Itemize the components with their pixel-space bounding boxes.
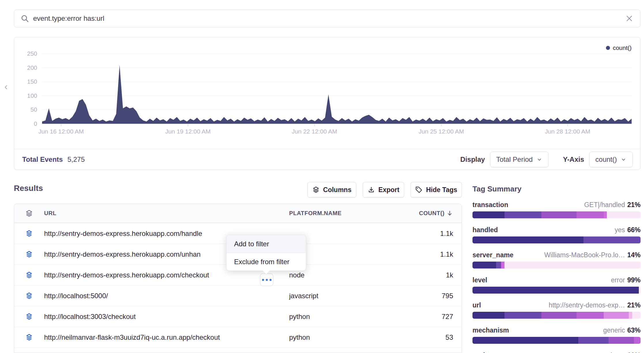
tag-name[interactable]: level	[472, 276, 487, 284]
tag-name[interactable]: project	[472, 352, 495, 353]
x-tick: Jun 28 12:00 AM	[533, 128, 602, 135]
cell-platform: node	[289, 271, 399, 279]
layers-icon	[14, 230, 44, 238]
search-bar[interactable]: event.type:error has:url	[14, 10, 641, 27]
display-value: Total Period	[496, 155, 533, 164]
legend-dot	[606, 46, 610, 50]
yaxis-value: count()	[595, 155, 617, 164]
cell-count: 1k	[399, 271, 462, 279]
tag-row: project express-demo63%	[472, 352, 641, 353]
tag-top-pct: 14%	[627, 251, 641, 259]
y-tick: 100	[19, 92, 37, 99]
cell-count: 795	[399, 292, 462, 300]
search-icon	[20, 14, 29, 23]
chart-footer: Total Events 5,275 Display Total Period …	[14, 149, 640, 170]
tag-summary-title: Tag Summary	[472, 185, 641, 194]
tag-distribution-bar[interactable]	[472, 236, 641, 243]
table-row[interactable]: http://neilmanvar-flask-m3uuizd7iq-uc.a.…	[14, 327, 462, 348]
header-count[interactable]: COUNT()	[399, 210, 462, 217]
yaxis-select[interactable]: count()	[589, 152, 633, 167]
cell-url[interactable]: http://sentry-demos-express.herokuapp.co…	[44, 271, 289, 279]
hide-tags-button-label: Hide Tags	[426, 186, 457, 194]
cell-url[interactable]: http://neilmanvar-flask-m3uuizd7iq-uc.a.…	[44, 333, 289, 341]
tag-name[interactable]: url	[472, 301, 481, 309]
tag-top-value: GET|/handled	[584, 201, 625, 209]
results-table: URL PLATFORM.NAME COUNT() http://sentry-…	[14, 204, 462, 353]
tag-distribution-bar[interactable]	[472, 287, 641, 294]
cell-platform: python	[289, 333, 399, 341]
tag-distribution-bar[interactable]	[472, 262, 641, 268]
cell-count: 1.1k	[399, 250, 462, 258]
tag-distribution-bar[interactable]	[472, 211, 641, 218]
cell-url[interactable]: http://localhost:3003/checkout	[44, 313, 289, 321]
events-chart-panel: count() 250 200 150 100 50 0 Jun 16 12:0…	[14, 37, 641, 170]
tag-distribution-bar[interactable]	[472, 312, 641, 319]
download-icon	[368, 186, 375, 194]
menu-item-add-to-filter[interactable]: Add to filter	[227, 235, 306, 253]
results-title: Results	[14, 184, 43, 193]
tag-name[interactable]: transaction	[472, 201, 508, 209]
yaxis-label: Y-Axis	[563, 155, 584, 164]
layers-icon	[14, 271, 44, 279]
tag-top-value: express-demo	[583, 352, 625, 353]
tag-name[interactable]: mechanism	[472, 326, 509, 334]
total-events-label: Total Events	[22, 155, 63, 164]
columns-button[interactable]: Columns	[307, 182, 356, 198]
tag-row: url http://sentry-demos-exp…21%	[472, 301, 641, 319]
tag-name[interactable]: handled	[472, 226, 498, 234]
cell-platform: python	[289, 313, 399, 321]
x-tick: Jun 19 12:00 AM	[153, 128, 223, 135]
layers-icon	[14, 250, 44, 258]
tag-row: mechanism generic63%	[472, 326, 641, 344]
tag-row: server_name Williams-MacBook-Pro.lo…14%	[472, 251, 641, 268]
tag-top-value: generic	[603, 326, 625, 334]
y-tick: 0	[19, 120, 37, 127]
x-tick: Jun 25 12:00 AM	[407, 128, 476, 135]
tag-top-pct: 99%	[627, 276, 641, 284]
tag-top-pct: 63%	[627, 326, 641, 334]
tag-distribution-bar[interactable]	[472, 337, 641, 344]
chart-legend[interactable]: count()	[606, 44, 632, 51]
y-tick: 50	[19, 106, 37, 113]
columns-button-label: Columns	[323, 186, 351, 194]
hide-tags-button[interactable]: Hide Tags	[410, 182, 462, 198]
layers-icon	[14, 292, 44, 300]
search-query[interactable]: event.type:error has:url	[33, 14, 625, 22]
display-label: Display	[460, 155, 485, 164]
cell-actions-button[interactable]	[260, 273, 273, 286]
header-url[interactable]: URL	[44, 210, 289, 217]
cell-count: 53	[399, 333, 462, 341]
table-row[interactable]: http://localhost:3003/checkout python 72…	[14, 306, 462, 327]
x-tick: Jun 16 12:00 AM	[27, 128, 96, 135]
tag-row: handled yes66%	[472, 226, 641, 243]
tag-top-pct: 66%	[627, 226, 641, 234]
display-select[interactable]: Total Period	[490, 152, 549, 167]
tag-top-value: http://sentry-demos-exp…	[549, 301, 625, 309]
y-tick: 200	[19, 64, 37, 72]
table-header-row: URL PLATFORM.NAME COUNT()	[14, 204, 462, 223]
tag-top-value: yes	[615, 226, 625, 234]
clear-search-icon[interactable]	[625, 14, 633, 22]
tag-top-value: error	[611, 276, 625, 284]
tag-top-pct: 21%	[627, 301, 641, 309]
layers-icon	[312, 186, 320, 194]
legend-label: count()	[613, 44, 632, 51]
tag-row: transaction GET|/handled21%	[472, 201, 641, 218]
export-button[interactable]: Export	[363, 182, 404, 198]
y-tick: 250	[19, 50, 37, 57]
y-tick: 150	[19, 78, 37, 85]
cell-url[interactable]: http://localhost:5000/	[44, 292, 289, 300]
table-row[interactable]: http://localhost:5000/ javascript 795	[14, 285, 462, 306]
header-platform[interactable]: PLATFORM.NAME	[289, 210, 399, 217]
header-count-label: COUNT()	[419, 210, 445, 217]
sidebar-collapse-handle[interactable]: ‹	[2, 82, 10, 92]
cell-platform: javascript	[289, 292, 399, 300]
cell-count: 727	[399, 313, 462, 321]
tag-top-pct: 21%	[627, 201, 641, 209]
total-events-value: 5,275	[67, 155, 85, 164]
tag-name[interactable]: server_name	[472, 251, 513, 259]
layers-icon[interactable]	[14, 209, 44, 217]
table-row-partial	[14, 348, 462, 353]
discover-page: ‹ event.type:error has:url count() 250 2…	[0, 0, 644, 353]
cell-count: 1.1k	[399, 230, 462, 238]
